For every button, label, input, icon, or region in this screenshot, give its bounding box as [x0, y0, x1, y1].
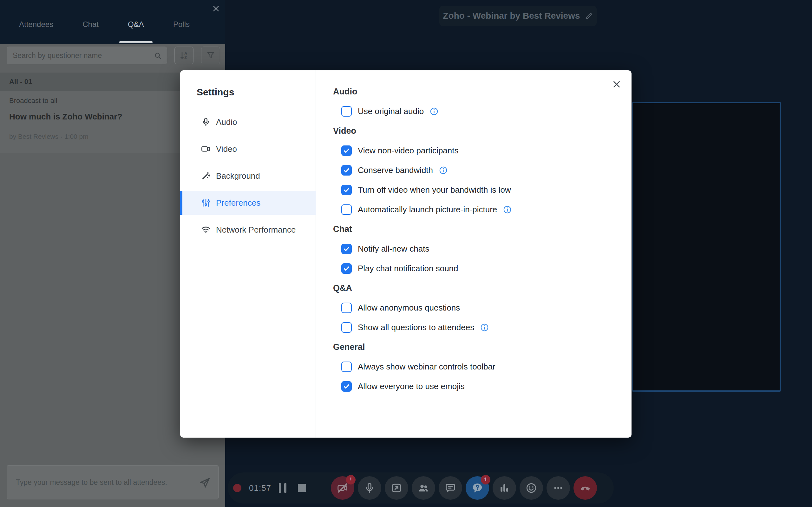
- settings-nav-audio[interactable]: Audio: [180, 110, 316, 134]
- participants-icon: [417, 482, 429, 494]
- section-heading: Chat: [316, 219, 631, 239]
- message-input[interactable]: [7, 465, 218, 499]
- checkbox[interactable]: [341, 322, 352, 333]
- settings-nav: Settings AudioVideoBackgroundPreferences…: [180, 70, 316, 438]
- settings-nav-video[interactable]: Video: [180, 137, 316, 161]
- setting-option: View non-video participants: [316, 141, 631, 160]
- settings-nav-label: Audio: [216, 117, 237, 127]
- stop-recording-button[interactable]: [298, 484, 306, 492]
- recording-indicator-icon: [233, 484, 241, 492]
- option-label: Show all questions to attendees: [358, 323, 474, 332]
- video-camera-icon: [200, 144, 211, 154]
- end-call-icon: [579, 482, 591, 494]
- question-meta: by Best Reviews · 1:00 pm: [9, 133, 89, 140]
- pause-recording-button[interactable]: [279, 483, 287, 493]
- info-icon[interactable]: [480, 323, 489, 332]
- search-box: [7, 47, 167, 64]
- settings-title: Settings: [197, 87, 234, 98]
- info-icon[interactable]: [439, 166, 448, 175]
- settings-nav-label: Background: [216, 171, 260, 181]
- tab-attendees[interactable]: Attendees: [19, 20, 53, 29]
- qna-button[interactable]: 1: [466, 476, 489, 500]
- sort-button[interactable]: AZ: [174, 47, 194, 64]
- camera-button[interactable]: !: [331, 476, 354, 500]
- notification-badge: !: [346, 475, 356, 485]
- tab-polls[interactable]: Polls: [173, 20, 190, 29]
- option-label: Notify all-new chats: [358, 244, 429, 254]
- search-input[interactable]: [7, 47, 167, 64]
- wifi-icon: [200, 224, 211, 235]
- checkbox[interactable]: [341, 381, 352, 392]
- setting-option: Conserve bandwidth: [316, 160, 631, 180]
- panel-header: AttendeesChatQ&APolls: [0, 0, 225, 44]
- webinar-title-pill[interactable]: Zoho - Webinar by Best Reviews: [439, 6, 597, 26]
- tab-chat[interactable]: Chat: [83, 20, 99, 29]
- setting-option: Notify all-new chats: [316, 239, 631, 259]
- checkbox[interactable]: [341, 106, 352, 117]
- checkbox[interactable]: [341, 165, 352, 176]
- video-tile: [632, 102, 781, 392]
- settings-nav-network-performance[interactable]: Network Performance: [180, 218, 316, 242]
- checkbox[interactable]: [341, 244, 352, 254]
- info-icon[interactable]: [503, 205, 512, 214]
- setting-option: Show all questions to attendees: [316, 318, 631, 337]
- end-call-button[interactable]: [573, 476, 597, 500]
- setting-option: Play chat notification sound: [316, 259, 631, 278]
- setting-option: Use original audio: [316, 101, 631, 121]
- webinar-toolbar: 01:57 !1: [228, 472, 614, 504]
- section-heading: General: [316, 337, 631, 357]
- toolbar-buttons: !1: [331, 476, 597, 500]
- checkbox[interactable]: [341, 146, 352, 156]
- more-dots-icon: [552, 482, 564, 494]
- checkbox[interactable]: [341, 361, 352, 372]
- search-icon: [154, 51, 162, 60]
- checkbox[interactable]: [341, 185, 352, 195]
- share-screen-button[interactable]: [385, 476, 408, 500]
- polls-button[interactable]: [493, 476, 516, 500]
- panel-tabs: AttendeesChatQ&APolls: [19, 20, 190, 29]
- option-label: Turn off video when your bandwidth is lo…: [358, 185, 511, 195]
- chat-button[interactable]: [439, 476, 462, 500]
- microphone-icon: [200, 117, 211, 127]
- filter-button[interactable]: [201, 47, 220, 64]
- setting-option: Always show webinar controls toolbar: [316, 357, 631, 377]
- recording-timer: 01:57: [249, 483, 273, 493]
- setting-option: Turn off video when your bandwidth is lo…: [316, 180, 631, 200]
- tab-qa[interactable]: Q&A: [128, 20, 144, 29]
- checkbox[interactable]: [341, 205, 352, 215]
- chat-bubble-icon: [444, 482, 456, 494]
- checkbox[interactable]: [341, 263, 352, 274]
- checkbox[interactable]: [341, 302, 352, 313]
- settings-nav-label: Video: [216, 144, 237, 154]
- info-icon[interactable]: [429, 107, 439, 116]
- edit-title-button[interactable]: [585, 12, 593, 20]
- participants-button[interactable]: [412, 476, 435, 500]
- option-label: Always show webinar controls toolbar: [358, 362, 496, 372]
- option-label: Play chat notification sound: [358, 264, 458, 274]
- question-title: How much is Zoho Webinar?: [9, 112, 122, 122]
- option-label: View non-video participants: [358, 146, 458, 156]
- panel-close-button[interactable]: [211, 3, 222, 14]
- microphone-button[interactable]: [358, 476, 381, 500]
- send-button[interactable]: [199, 475, 212, 490]
- share-screen-icon: [391, 482, 403, 494]
- question-bubble-icon: [471, 482, 484, 494]
- settings-nav-preferences[interactable]: Preferences: [180, 191, 316, 215]
- question-audience: Broadcast to all: [9, 97, 57, 105]
- option-label: Use original audio: [358, 107, 424, 116]
- svg-text:A: A: [184, 51, 187, 56]
- section-heading: Audio: [316, 82, 631, 101]
- magic-wand-icon: [200, 170, 211, 181]
- settings-sections: AudioUse original audioVideoView non-vid…: [316, 82, 631, 396]
- settings-nav-background[interactable]: Background: [180, 164, 316, 188]
- notification-badge: 1: [481, 475, 490, 485]
- settings-nav-list: AudioVideoBackgroundPreferencesNetwork P…: [180, 110, 316, 245]
- settings-modal: Settings AudioVideoBackgroundPreferences…: [180, 70, 631, 438]
- smiley-icon: [525, 482, 537, 494]
- option-label: Conserve bandwidth: [358, 165, 433, 175]
- settings-content: AudioUse original audioVideoView non-vid…: [316, 70, 631, 438]
- more-button[interactable]: [547, 476, 570, 500]
- reactions-button[interactable]: [519, 476, 543, 500]
- svg-text:Z: Z: [184, 55, 187, 60]
- option-label: Automatically launch picture-in-picture: [358, 205, 497, 215]
